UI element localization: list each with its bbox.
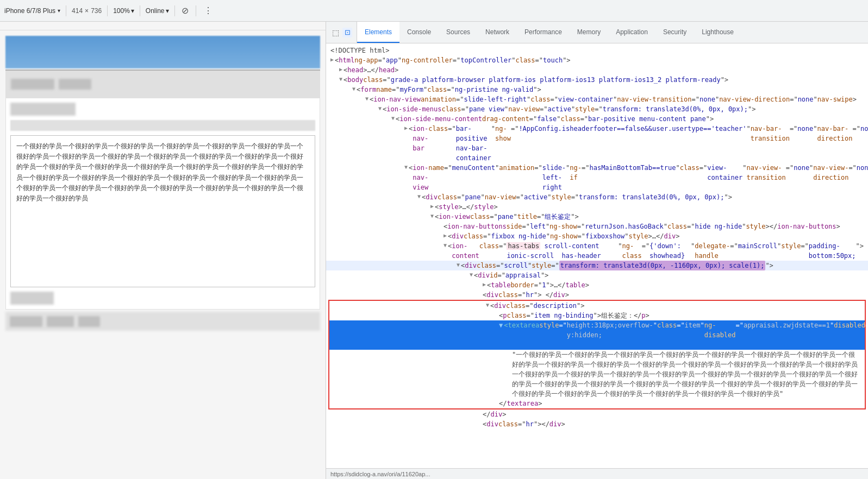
tab-sources[interactable]: Sources [439, 22, 478, 43]
code-line-21: <div class="hr"> </div> [326, 290, 868, 300]
description-boxed-section: ▼ <div class="description"> <p class="it… [328, 300, 866, 409]
code-line-2: ▶<html ng-app="app" ng-controller="topCo… [326, 55, 868, 65]
footer-item-3 [78, 316, 100, 327]
main-layout: 一个很好的学员一个很好的学员一个很好的学员一个很好的学员一个很好的学员一个很好的… [0, 22, 868, 479]
nav-item-2 [59, 79, 91, 90]
code-line-23: <p class="item ng-binding">组长鉴定：</p> [329, 311, 865, 320]
zoom-selector[interactable]: 100% ▾ [113, 7, 134, 15]
code-line-10: ▼ <ion-nav-view name="menuContent" anima… [326, 163, 868, 192]
network-status: Online [146, 7, 165, 15]
mobile-title-blurred [10, 103, 76, 116]
devtools-tabs: ⬚ ⊡ Elements Console Sources Network Per… [326, 22, 868, 43]
mobile-field-1 [10, 120, 315, 131]
toolbar: iPhone 6/7/8 Plus ▾ 414 × 736 100% ▾ Onl… [0, 0, 868, 22]
tab-performance[interactable]: Performance [517, 22, 570, 43]
code-line-18: ▼ <div class="scroll" style="transform: … [326, 261, 868, 270]
mobile-nav-area [5, 71, 320, 98]
devtools-tab-icons: ⬚ ⊡ [326, 22, 357, 43]
code-line-22: ▼ <div class="description"> [329, 301, 865, 311]
toolbar-sep-2 [107, 5, 108, 16]
more-options-button[interactable]: ⋮ [202, 4, 215, 17]
online-caret-icon: ▾ [166, 7, 169, 15]
status-bar: https://sdidclog-a.nav/ori/a/11620ap... [326, 468, 868, 479]
status-url: https://sdidclog-a.nav/ori/a/11620ap... [330, 471, 430, 477]
toolbar-sep-4 [174, 5, 175, 16]
footer-item-1 [10, 316, 42, 327]
dimension-display: 414 × 736 [72, 7, 102, 15]
device-label: iPhone 6/7/8 Plus [4, 7, 55, 15]
code-line-24: ▼ <textarea style="height:318px;overflow… [329, 320, 865, 350]
code-line-9: ▶ <ion-nav-bar class="bar-positive nav-b… [326, 124, 868, 163]
mobile-preview-panel: 一个很好的学员一个很好的学员一个很好的学员一个很好的学员一个很好的学员一个很好的… [0, 22, 326, 479]
tab-security[interactable]: Security [655, 22, 694, 43]
toolbar-sep-1 [66, 5, 66, 16]
code-line-17: ▼ <ion-content class="has-tabs scroll-co… [326, 241, 868, 261]
tab-network[interactable]: Network [478, 22, 517, 43]
code-line-11: ▼ <div class="pane" nav-view="active" st… [326, 192, 868, 202]
code-line-5: ▼ <form name="myForm" class="ng-pristine… [326, 85, 868, 94]
inspect-icon[interactable]: ⬚ [330, 28, 340, 37]
zoom-value: 100% [113, 7, 130, 15]
tab-console[interactable]: Console [399, 22, 439, 43]
code-line-16: ▶ <div class="fixbox ng-hide" ng-show="f… [326, 231, 868, 241]
footer-item-2 [47, 316, 74, 327]
code-line-25: "一个很好的学员一个很好的学员一个很好的学员一个很好的学员一个很好的学员一个很好… [329, 350, 865, 399]
tab-memory[interactable]: Memory [570, 22, 608, 43]
mobile-frame: 一个很好的学员一个很好的学员一个很好的学员一个很好的学员一个很好的学员一个很好的… [0, 30, 326, 336]
zoom-caret-icon: ▾ [131, 7, 134, 15]
mobile-white-area: 一个很好的学员一个很好的学员一个很好的学员一个很好的学员一个很好的学员一个很好的… [5, 98, 320, 310]
code-line-20: ▶ <table border="1">…</table> [326, 280, 868, 290]
mobile-header-blurred [5, 36, 320, 68]
devtools-panel: ⬚ ⊡ Elements Console Sources Network Per… [326, 22, 868, 479]
nav-item-1 [11, 79, 54, 90]
mobile-text-box: 一个很好的学员一个很好的学员一个很好的学员一个很好的学员一个很好的学员一个很好的… [10, 135, 315, 287]
width-value: 414 [72, 7, 83, 15]
mobile-footer-area [5, 312, 320, 331]
code-line-12: ▶ <style>…</style> [326, 202, 868, 212]
code-line-26: </textarea> [329, 399, 865, 408]
device-selector[interactable]: iPhone 6/7/8 Plus ▾ [4, 7, 60, 15]
toolbar-sep-5 [196, 5, 196, 16]
code-line-4: ▼ <body class="grade-a platform-browser … [326, 75, 868, 85]
device-caret-icon: ▾ [58, 8, 60, 14]
dimension-x: × [85, 7, 89, 15]
tab-application[interactable]: Application [608, 22, 655, 43]
device-toggle-icon[interactable]: ⊡ [342, 28, 352, 37]
mobile-text-content: 一个很好的学员一个很好的学员一个很好的学员一个很好的学员一个很好的学员一个很好的… [16, 141, 309, 204]
code-line-8: ▼ <ion-side-menu-content drag-content="f… [326, 114, 868, 124]
code-line-7: ▼ <ion-side-menus class="pane view" nav-… [326, 104, 868, 114]
no-throttle-icon[interactable]: ⊘ [180, 6, 190, 16]
code-line-27: </div> [326, 409, 868, 419]
toolbar-sep-3 [140, 5, 140, 16]
height-value: 736 [91, 7, 102, 15]
code-line-14: <ion-nav-buttons side="left" ng-show="re… [326, 222, 868, 231]
tab-lighthouse[interactable]: Lighthouse [694, 22, 741, 43]
code-line-28: <div class="hr"></div> [326, 419, 868, 429]
ruler-horizontal [0, 22, 326, 30]
code-line-6: ▼ <ion-nav-view animation="slide-left-ri… [326, 94, 868, 104]
code-line-13: ▼ <ion-view class="pane" title="组长鉴定"> [326, 212, 868, 222]
code-line-19: ▼ <div id="appraisal"> [326, 270, 868, 280]
toolbar-left: iPhone 6/7/8 Plus ▾ 414 × 736 100% ▾ Onl… [4, 4, 215, 17]
code-line-3: ▶ <head>…</head> [326, 65, 868, 75]
tab-elements[interactable]: Elements [357, 22, 399, 43]
code-panel[interactable]: <!DOCTYPE html> ▶<html ng-app="app" ng-c… [326, 43, 868, 468]
online-selector[interactable]: Online ▾ [146, 7, 169, 15]
code-line-1: <!DOCTYPE html> [326, 46, 868, 55]
mobile-bottom-label [10, 292, 54, 305]
